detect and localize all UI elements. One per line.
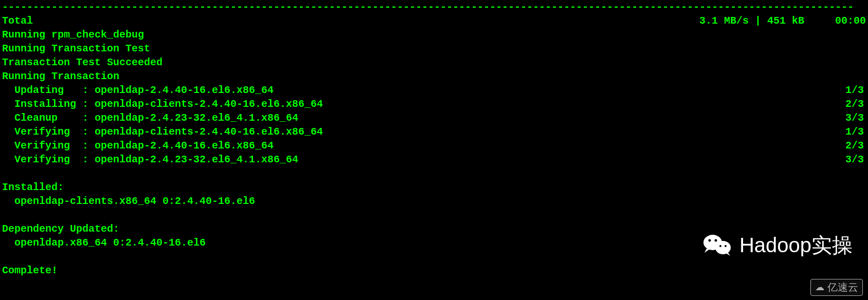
transaction-succeeded-line: Transaction Test Succeeded [2, 55, 866, 69]
transaction-action: Installing : openldap-clients-2.4.40-16.… [14, 97, 323, 111]
transaction-row: Verifying : openldap-clients-2.4.40-16.e… [2, 125, 866, 139]
transaction-row: Cleanup : openldap-2.4.23-32.el6_4.1.x86… [2, 111, 866, 125]
wechat-icon [702, 232, 733, 258]
watermark-wechat-text: Hadoop实操 [739, 231, 853, 259]
transaction-action: Verifying : openldap-clients-2.4.40-16.e… [14, 125, 323, 139]
svg-point-2 [708, 239, 711, 242]
transaction-count: 3/3 [845, 111, 866, 125]
transaction-count: 1/3 [845, 125, 866, 139]
installed-package: openldap-clients.x86_64 0:2.4.40-16.el6 [2, 194, 866, 208]
separator-line: ----------------------------------------… [2, 0, 866, 14]
svg-point-5 [725, 245, 727, 247]
transaction-row: Verifying : openldap-2.4.23-32.el6_4.1.x… [2, 153, 866, 166]
total-label: Total [2, 14, 33, 28]
blank-line [2, 208, 866, 222]
svg-point-4 [719, 245, 721, 247]
transaction-test-line: Running Transaction Test [2, 42, 866, 55]
transaction-count: 2/3 [845, 139, 866, 153]
transaction-action: Cleanup : openldap-2.4.23-32.el6_4.1.x86… [14, 111, 298, 125]
transaction-row: Installing : openldap-clients-2.4.40-16.… [2, 97, 866, 111]
transaction-count: 2/3 [845, 97, 866, 111]
transaction-action: Verifying : openldap-2.4.23-32.el6_4.1.x… [14, 153, 298, 166]
blank-line [2, 166, 866, 180]
transaction-action: Updating : openldap-2.4.40-16.el6.x86_64 [14, 83, 274, 97]
running-transaction-line: Running Transaction [2, 69, 866, 83]
transaction-count: 1/3 [845, 83, 866, 97]
watermark-yisu-text: 亿速云 [827, 280, 858, 294]
svg-point-3 [714, 239, 717, 242]
watermark-wechat: Hadoop实操 [702, 231, 853, 259]
complete-line: Complete! [2, 264, 866, 277]
cloud-icon: ☁ [815, 281, 824, 293]
watermark-yisu: ☁ 亿速云 [810, 279, 863, 296]
total-line: Total 3.1 MB/s | 451 kB 00:00 [2, 14, 866, 28]
total-stats: 3.1 MB/s | 451 kB 00:00 [699, 14, 866, 28]
transaction-count: 3/3 [845, 153, 866, 166]
svg-point-1 [715, 241, 731, 254]
transaction-row: Updating : openldap-2.4.40-16.el6.x86_64… [2, 83, 866, 97]
rpm-check-line: Running rpm_check_debug [2, 28, 866, 42]
installed-header: Installed: [2, 180, 866, 194]
transaction-row: Verifying : openldap-2.4.40-16.el6.x86_6… [2, 139, 866, 153]
transaction-action: Verifying : openldap-2.4.40-16.el6.x86_6… [14, 139, 274, 153]
